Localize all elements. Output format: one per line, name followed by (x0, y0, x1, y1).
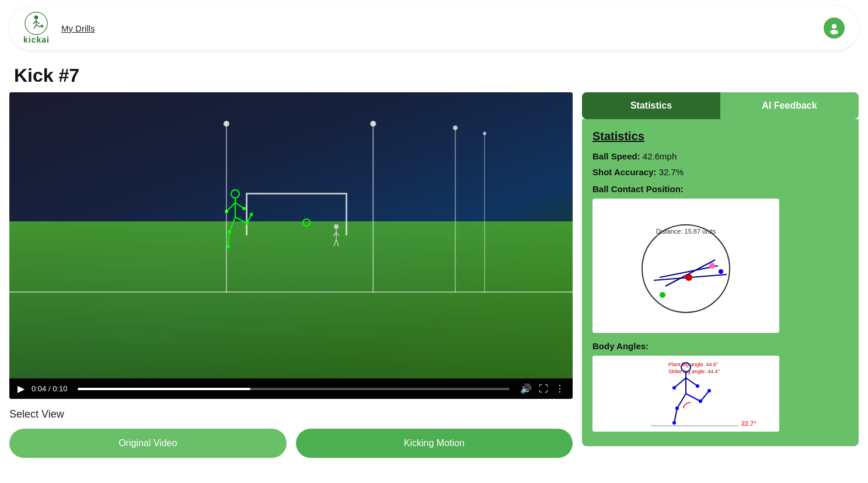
shot-accuracy-row: Shot Accuracy: 32.7% (592, 167, 848, 177)
play-button[interactable]: ▶ (18, 383, 25, 394)
right-panel: Statistics AI Feedback Statistics Ball S… (582, 92, 859, 464)
shot-accuracy-value: 32.7% (659, 167, 684, 177)
contact-svg: Distance: 15.87 units (628, 207, 744, 324)
svg-point-31 (224, 121, 229, 127)
plant-leg-text: Plant leg angle: 44.6° (668, 362, 719, 367)
angle-value-text: 22.7° (741, 420, 757, 427)
svg-line-6 (36, 25, 40, 27)
svg-point-58 (672, 421, 676, 425)
progress-bar[interactable] (78, 388, 510, 390)
svg-point-56 (696, 384, 699, 388)
svg-point-45 (719, 269, 723, 274)
body-angles-diagram: Plant leg angle: 44.6° Strike leg angle:… (592, 356, 779, 432)
svg-line-4 (36, 21, 40, 24)
svg-point-44 (709, 263, 715, 269)
svg-point-35 (453, 126, 458, 130)
ball-speed-label: Ball Speed: (592, 151, 640, 161)
kicking-motion-button[interactable]: Kicking Motion (296, 429, 573, 458)
video-section: ▶ 0:04 / 0:10 🔊 ⛶ ⋮ Select View Original… (9, 92, 573, 464)
svg-point-43 (685, 274, 692, 281)
view-buttons: Original Video Kicking Motion (9, 429, 573, 458)
stats-panel: Statistics Ball Speed: 42.6mph Shot Accu… (582, 119, 859, 446)
kickai-logo-icon (25, 12, 48, 35)
logo-container: kickai (23, 12, 50, 44)
svg-point-57 (675, 406, 679, 410)
header-left: kickai My Drills (23, 12, 95, 44)
ball-speed-row: Ball Speed: 42.6mph (592, 151, 848, 161)
fullscreen-button[interactable]: ⛶ (539, 384, 548, 394)
svg-point-7 (41, 25, 44, 27)
svg-point-9 (830, 30, 838, 34)
svg-point-42 (660, 292, 665, 298)
nav-my-drills[interactable]: My Drills (61, 23, 95, 33)
svg-line-5 (34, 25, 36, 28)
progress-bar-fill (78, 388, 250, 390)
strike-leg-text: Strike leg angle: 44.4° (668, 369, 720, 374)
ball-speed-value: 42.6mph (643, 151, 677, 161)
original-video-button[interactable]: Original Video (9, 429, 287, 458)
header: kickai My Drills (9, 6, 859, 51)
distance-text: Distance: 15.87 units (656, 228, 716, 235)
body-angles-svg: Plant leg angle: 44.6° Strike leg angle:… (592, 356, 779, 432)
time-display: 0:04 / 0:10 (32, 384, 67, 393)
ai-feedback-tab[interactable]: AI Feedback (720, 92, 859, 119)
page-title: Kick #7 (0, 57, 868, 92)
logo-text: kickai (23, 35, 50, 44)
svg-point-33 (370, 121, 376, 127)
svg-point-60 (707, 389, 711, 392)
video-controls: ▶ 0:04 / 0:10 🔊 ⛶ ⋮ (9, 378, 573, 399)
svg-line-40 (665, 260, 715, 286)
ball-contact-diagram: Distance: 15.87 units (592, 199, 779, 333)
svg-point-1 (34, 15, 38, 19)
tab-bar: Statistics AI Feedback (582, 92, 859, 119)
volume-button[interactable]: 🔊 (520, 383, 532, 394)
svg-point-59 (699, 399, 702, 403)
svg-point-55 (672, 386, 676, 390)
video-container: ▶ 0:04 / 0:10 🔊 ⛶ ⋮ (9, 92, 573, 399)
avatar[interactable] (824, 18, 845, 39)
shot-accuracy-label: Shot Accuracy: (592, 167, 656, 177)
ball-contact-position-label: Ball Contact Position: (592, 184, 848, 194)
select-view-section: Select View Original Video Kicking Motio… (9, 399, 573, 464)
video-placeholder[interactable] (9, 92, 573, 378)
main-layout: ▶ 0:04 / 0:10 🔊 ⛶ ⋮ Select View Original… (0, 92, 868, 473)
svg-point-37 (483, 132, 486, 135)
svg-point-38 (642, 225, 730, 312)
svg-point-8 (832, 24, 836, 29)
statistics-tab[interactable]: Statistics (582, 92, 720, 119)
body-angles-label: Body Angles: (592, 341, 848, 351)
more-options-button[interactable]: ⋮ (555, 383, 564, 394)
light-poles (9, 121, 573, 293)
stats-heading: Statistics (592, 130, 848, 143)
select-view-title: Select View (9, 408, 573, 421)
svg-line-3 (33, 21, 37, 24)
